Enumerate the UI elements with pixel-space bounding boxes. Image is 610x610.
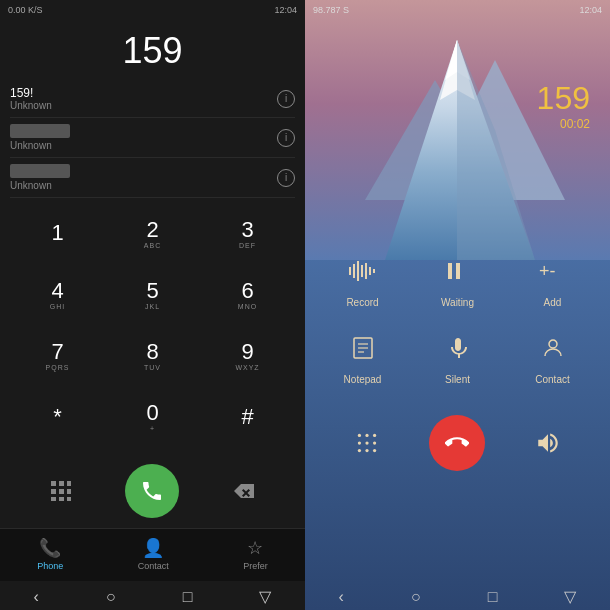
- system-nav-left: ‹ ○ □ ▽: [0, 581, 305, 610]
- silent-icon: [438, 328, 478, 368]
- dialer-actions: [0, 458, 305, 528]
- call-controls: Record Waiting +- Add: [305, 231, 610, 395]
- svg-point-31: [358, 434, 361, 437]
- waiting-button[interactable]: Waiting: [420, 251, 495, 308]
- recents-button[interactable]: □: [183, 588, 193, 606]
- key-7[interactable]: 7 PQRS: [10, 328, 105, 383]
- svg-point-37: [358, 449, 361, 452]
- grid-icon[interactable]: [43, 473, 79, 509]
- nav-prefer[interactable]: ☆ Prefer: [243, 537, 268, 571]
- recents-button-right[interactable]: □: [488, 588, 498, 606]
- call-button[interactable]: [125, 464, 179, 518]
- recent-call-item-3[interactable]: Unknown i: [10, 158, 295, 198]
- waiting-icon: [438, 251, 478, 291]
- svg-rect-23: [448, 263, 452, 279]
- bottom-nav-left: 📞 Phone 👤 Contact ☆ Prefer: [0, 528, 305, 581]
- key-5[interactable]: 5 JKL: [105, 267, 200, 322]
- nav-prefer-label: Prefer: [243, 561, 268, 571]
- call-info-3: Unknown: [10, 164, 70, 191]
- nav-phone[interactable]: 📞 Phone: [37, 537, 63, 571]
- svg-rect-24: [456, 263, 460, 279]
- key-star[interactable]: *: [10, 389, 105, 444]
- menu-button-right[interactable]: ▽: [564, 587, 576, 606]
- svg-point-39: [373, 449, 376, 452]
- key-8[interactable]: 8 TUV: [105, 328, 200, 383]
- svg-rect-1: [59, 481, 64, 486]
- key-3[interactable]: 3 DEF: [200, 206, 295, 261]
- notepad-button[interactable]: Notepad: [325, 328, 400, 385]
- svg-rect-4: [59, 489, 64, 494]
- key-6[interactable]: 6 MNO: [200, 267, 295, 322]
- svg-rect-3: [51, 489, 56, 494]
- status-bar-right: 98.787 S 12:04: [305, 0, 610, 20]
- info-icon-1[interactable]: i: [277, 90, 295, 108]
- recent-calls: 159! Unknown i Unknown i Unknown i: [0, 80, 305, 198]
- keypad: 1 2 ABC 3 DEF 4 GHI 5 JKL 6 MNO 7 PQRS 8: [0, 198, 305, 458]
- key-2[interactable]: 2 ABC: [105, 206, 200, 261]
- call-number-1: 159!: [10, 86, 52, 100]
- svg-rect-20: [365, 263, 367, 279]
- svg-point-32: [366, 434, 369, 437]
- key-4[interactable]: 4 GHI: [10, 267, 105, 322]
- info-icon-3[interactable]: i: [277, 169, 295, 187]
- back-button[interactable]: ‹: [34, 588, 39, 606]
- record-button[interactable]: Record: [325, 251, 400, 308]
- dialpad-icon[interactable]: [345, 421, 389, 465]
- call-name-2: Unknown: [10, 140, 70, 151]
- contact-button[interactable]: Contact: [515, 328, 590, 385]
- speaker-icon[interactable]: [526, 421, 570, 465]
- add-label: Add: [544, 297, 562, 308]
- svg-point-30: [549, 340, 557, 348]
- svg-point-38: [366, 449, 369, 452]
- svg-rect-0: [51, 481, 56, 486]
- menu-button[interactable]: ▽: [259, 587, 271, 606]
- notepad-label: Notepad: [344, 374, 382, 385]
- contact-label: Contact: [535, 374, 569, 385]
- svg-rect-18: [357, 261, 359, 281]
- nav-contact[interactable]: 👤 Contact: [138, 537, 169, 571]
- svg-rect-8: [67, 497, 71, 501]
- svg-point-34: [358, 441, 361, 444]
- time-right: 12:04: [579, 5, 602, 15]
- call-actions: [305, 395, 610, 481]
- call-name-3: Unknown: [10, 180, 70, 191]
- silent-label: Silent: [445, 374, 470, 385]
- nav-phone-label: Phone: [37, 561, 63, 571]
- back-button-right[interactable]: ‹: [339, 588, 344, 606]
- incall-panel: 98.787 S 12:04 159 00:02 Record: [305, 0, 610, 610]
- info-icon-2[interactable]: i: [277, 129, 295, 147]
- key-0[interactable]: 0 +: [105, 389, 200, 444]
- add-button[interactable]: +- Add: [515, 251, 590, 308]
- add-icon: +-: [533, 251, 573, 291]
- key-9[interactable]: 9 WXYZ: [200, 328, 295, 383]
- svg-rect-7: [59, 497, 64, 501]
- call-duration: 00:02: [325, 117, 590, 131]
- call-bar-3: [10, 164, 70, 178]
- svg-rect-5: [67, 489, 71, 494]
- svg-rect-16: [349, 267, 351, 275]
- time-left: 12:04: [274, 5, 297, 15]
- end-call-button[interactable]: [429, 415, 485, 471]
- dialed-number: 159: [0, 20, 305, 80]
- call-bar-2: [10, 124, 70, 138]
- svg-rect-6: [51, 497, 56, 501]
- recent-call-item[interactable]: 159! Unknown i: [10, 80, 295, 118]
- call-number-display: 159: [325, 80, 590, 117]
- delete-icon[interactable]: [226, 473, 262, 509]
- key-hash[interactable]: #: [200, 389, 295, 444]
- key-1[interactable]: 1: [10, 206, 105, 261]
- system-nav-right: ‹ ○ □ ▽: [305, 581, 610, 610]
- svg-point-33: [373, 434, 376, 437]
- signal-left: 0.00 K/S: [8, 5, 43, 15]
- recent-call-item-2[interactable]: Unknown i: [10, 118, 295, 158]
- svg-rect-2: [67, 481, 71, 486]
- svg-rect-19: [361, 265, 363, 277]
- status-bar-left: 0.00 K/S 12:04: [0, 0, 305, 20]
- svg-point-35: [366, 441, 369, 444]
- call-name-1: Unknown: [10, 100, 52, 111]
- svg-rect-21: [369, 267, 371, 275]
- silent-button[interactable]: Silent: [420, 328, 495, 385]
- nav-contact-label: Contact: [138, 561, 169, 571]
- home-button-right[interactable]: ○: [411, 588, 421, 606]
- home-button[interactable]: ○: [106, 588, 116, 606]
